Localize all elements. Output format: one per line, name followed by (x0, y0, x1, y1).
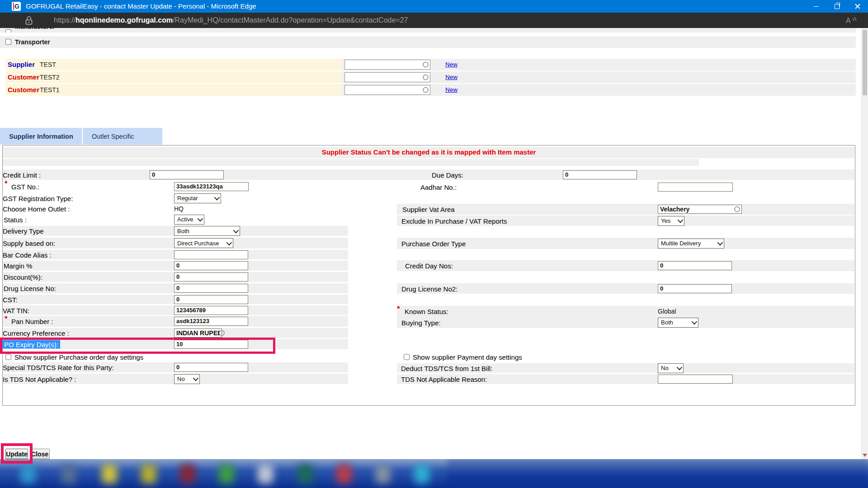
search-circle-icon (219, 330, 225, 336)
field-select[interactable]: Yes (658, 216, 684, 226)
field-select[interactable]: Both (174, 226, 240, 236)
taskbar-app-icon-blurred[interactable] (180, 465, 195, 483)
field-input[interactable]: INDIAN RUPEE (174, 328, 222, 338)
field-select[interactable]: No (658, 363, 684, 373)
chevron-down-icon (233, 227, 239, 233)
contact-name: TEST1 (40, 86, 60, 94)
taskbar-app-icon-blurred[interactable] (336, 465, 352, 483)
taskbar-app-icon-blurred[interactable] (102, 465, 117, 483)
taskbar-app-icon-blurred[interactable] (258, 465, 273, 483)
new-contact-link[interactable]: New (445, 61, 458, 68)
address-bar-url[interactable]: https://hqonlinedemo.gofrugal.com/RayMed… (54, 13, 408, 28)
restore-button[interactable] (826, 0, 847, 13)
window-controls (806, 0, 868, 13)
row-stripe (397, 317, 854, 328)
input-value (660, 183, 731, 191)
minimize-button[interactable] (806, 0, 826, 13)
contact-row: CustomerTEST2New (0, 71, 856, 83)
taskbar-app-icon-blurred[interactable] (219, 465, 234, 483)
chevron-down-icon (677, 365, 683, 371)
scrollbar-down-arrow-icon[interactable] (863, 454, 867, 457)
contact-search-input[interactable] (344, 60, 430, 70)
input-value (176, 251, 246, 259)
contact-search-input[interactable] (344, 72, 430, 82)
input-value: 0 (660, 285, 730, 293)
screen: G GOFRUGAL RetailEasy - contact Master U… (0, 0, 868, 488)
form-row-right-5: Credit Day Nos:0 (0, 260, 868, 271)
new-contact-link[interactable]: New (445, 74, 458, 80)
transporter-checkbox[interactable] (5, 39, 11, 45)
select-value: Regular (177, 195, 198, 202)
close-page-button[interactable]: Close (30, 449, 50, 459)
field-input[interactable]: 0 (563, 170, 637, 179)
field-input[interactable] (174, 250, 248, 259)
chevron-down-icon (678, 217, 684, 223)
required-asterisk: * (397, 305, 400, 314)
url-path: /RayMedi_HQ/contactMasterAdd.do?operatio… (173, 16, 408, 24)
tab-supplier-information[interactable]: Supplier Information (0, 128, 82, 145)
field-select[interactable]: Multile Delivery (658, 239, 724, 249)
contact-name: TEST (40, 61, 56, 68)
scrollbar-thumb[interactable] (863, 30, 867, 95)
close-button[interactable] (847, 0, 868, 13)
field-input[interactable] (658, 375, 733, 384)
field-input[interactable]: 10 (174, 340, 248, 349)
taskbar-app-icon-blurred[interactable] (20, 465, 36, 483)
contact-type-label: Customer (8, 86, 39, 94)
tab-outlet-specific[interactable]: Outlet Specific (83, 128, 162, 145)
svg-text:A: A (846, 17, 851, 24)
manufacturer-label: Manufacturer (15, 28, 55, 30)
contact-search-input[interactable] (344, 85, 430, 95)
read-aloud-icon[interactable]: A (845, 15, 857, 25)
windows-taskbar[interactable] (0, 459, 868, 488)
field-input[interactable]: 0 (658, 261, 732, 270)
tab-label: Outlet Specific (92, 133, 134, 140)
taskbar-app-icon-blurred[interactable] (297, 465, 313, 483)
field-checkbox[interactable] (404, 354, 410, 360)
form-row-left-15: PO Expiry Day(s):10 (0, 339, 868, 349)
input-value: 0 (565, 171, 635, 179)
input-value: 0 (660, 262, 730, 270)
form-row-right-6: Drug License No2:0 (0, 283, 868, 294)
contact-name: TEST2 (40, 74, 60, 81)
field-label: Currency Preference : (3, 329, 69, 337)
search-circle-icon (734, 206, 740, 212)
field-input[interactable] (658, 183, 733, 192)
form-row-right-4: Purchase Order TypeMultile Delivery (0, 238, 868, 249)
taskbar-app-icon-blurred[interactable] (414, 465, 429, 483)
taskbar-app-icon-blurred[interactable] (141, 465, 156, 483)
update-button[interactable]: Update (5, 449, 28, 459)
input-value: 0 (176, 296, 246, 304)
field-input[interactable]: 0 (658, 284, 732, 293)
field-input[interactable]: Velachery (658, 205, 742, 214)
transporter-label: Transporter (15, 38, 50, 46)
form-row-right-7: *Known Status:Global (0, 306, 868, 317)
manufacturer-checkbox[interactable] (5, 29, 11, 33)
field-select[interactable]: Both (658, 318, 698, 328)
contact-row: SupplierTESTNew (0, 59, 856, 70)
field-value-text: Global (658, 308, 676, 315)
field-select[interactable]: Regular (174, 193, 221, 203)
chevron-down-icon (692, 319, 698, 325)
field-label: Delivery Type (3, 227, 44, 235)
taskbar-app-icon-blurred[interactable] (375, 465, 391, 483)
field-label: Bar Code Alias : (3, 251, 52, 258)
field-label: Drug License No2: (401, 285, 458, 292)
field-input[interactable]: 0 (174, 295, 248, 304)
field-label: Exclude In Purchase / VAT Reports (401, 217, 507, 225)
field-input[interactable]: 0 (174, 272, 248, 282)
field-label: Due Days: (432, 171, 463, 178)
field-label: Credit Day Nos: (405, 262, 453, 270)
lock-icon[interactable] (25, 16, 33, 25)
page-scrollbar[interactable] (861, 28, 868, 459)
field-label: Known Status: (405, 308, 448, 315)
restore-icon (835, 4, 840, 9)
new-contact-link[interactable]: New (445, 86, 458, 93)
form-row-right-8: Buying Type:Both (0, 317, 868, 328)
field-label: CST: (3, 296, 18, 303)
taskbar-app-icon-blurred[interactable] (61, 465, 76, 483)
select-value: Multile Delivery (661, 240, 701, 247)
browser-urlbar: https://hqonlinedemo.gofrugal.com/RayMed… (0, 13, 868, 28)
clipped-manufacturer-row: Manufacturer (0, 28, 856, 33)
chevron-down-icon (717, 240, 723, 246)
